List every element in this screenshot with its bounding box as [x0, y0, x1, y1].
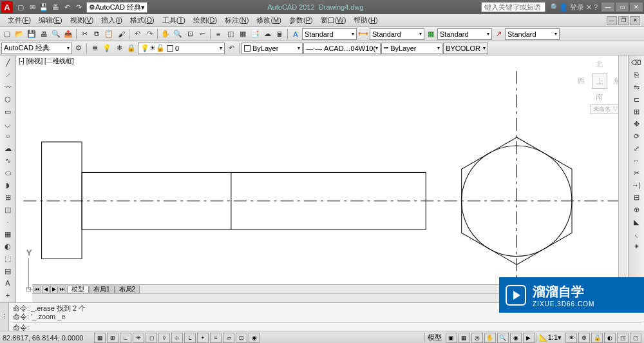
linetype-combo[interactable]: —·— ACAD…04W10(▾	[303, 43, 381, 54]
rectangle-icon[interactable]: ▭	[1, 106, 14, 117]
tab-next-icon[interactable]: ▶	[50, 286, 58, 293]
status-iso-icon[interactable]: ◳	[617, 333, 629, 343]
menu-insert[interactable]: 插入(I)	[97, 14, 126, 26]
save-icon[interactable]: 💾	[26, 28, 37, 40]
ellipse-icon[interactable]: ⬭	[1, 167, 14, 179]
tab-model[interactable]: 模型	[67, 286, 89, 293]
dyn-button[interactable]: +	[197, 333, 209, 343]
qat-new-icon[interactable]: ▢	[15, 2, 26, 12]
redo-icon[interactable]: ↷	[144, 28, 155, 40]
extend-icon[interactable]: →|	[630, 179, 643, 191]
search-icon[interactable]: 🔎	[548, 3, 557, 12]
command-prompt[interactable]: 命令:	[13, 322, 641, 332]
layer-manager-icon[interactable]: ≣	[89, 43, 100, 54]
menu-window[interactable]: 窗口(W)	[317, 14, 350, 26]
sheet-set-icon[interactable]: 📑	[249, 28, 261, 40]
text-style-combo[interactable]: Standard▾	[302, 28, 357, 40]
cut-icon[interactable]: ✂	[79, 28, 90, 40]
doc-close-button[interactable]: ✕	[630, 16, 640, 25]
app-logo[interactable]: A	[1, 1, 13, 13]
hatch-icon[interactable]: ▦	[1, 228, 14, 240]
qp-button[interactable]: ⊡	[236, 333, 247, 343]
design-center-icon[interactable]: ◫	[225, 28, 236, 40]
layer-freeze-icon[interactable]: ❄	[113, 43, 125, 54]
cmd-grip-icon[interactable]: ⋮	[0, 303, 9, 331]
doc-restore-button[interactable]: ❐	[618, 16, 629, 25]
anno-scale[interactable]: 📐1:1▾	[536, 333, 564, 342]
user-icon[interactable]: 👤	[559, 3, 568, 12]
new-icon[interactable]: ▢	[1, 28, 13, 40]
maximize-button[interactable]: ▭	[616, 3, 629, 12]
minimize-button[interactable]: —	[601, 3, 614, 12]
copy-icon[interactable]: ⧉	[91, 28, 102, 40]
status-pan-icon[interactable]: ✋	[484, 333, 496, 343]
sc-button[interactable]: ◉	[249, 333, 260, 343]
zoom-prev-icon[interactable]: ⤺	[196, 28, 208, 40]
region-icon[interactable]: ⬚	[1, 253, 14, 264]
workspace-selector[interactable]: ⚙ AutoCAD 经典 ▾	[86, 2, 147, 13]
menu-view[interactable]: 视图(V)	[66, 14, 98, 26]
tab-prev-icon[interactable]: ◀	[42, 286, 50, 293]
tab-layout2[interactable]: 布局2	[115, 286, 140, 293]
3dosnap-button[interactable]: ◊	[158, 333, 170, 343]
open-icon[interactable]: 📂	[14, 28, 25, 40]
join-icon[interactable]: ⊕	[630, 204, 643, 215]
status-wheel-icon[interactable]: ◉	[510, 333, 522, 343]
status-nav-icon[interactable]: ◎	[471, 333, 483, 343]
menu-file[interactable]: 文件(F)	[4, 14, 35, 26]
help-search-input[interactable]	[481, 2, 545, 12]
mirror-icon[interactable]: ⇋	[630, 81, 643, 93]
polygon-icon[interactable]: ⬡	[1, 93, 14, 105]
menu-help[interactable]: 帮助(H)	[350, 14, 381, 26]
zoom-rt-icon[interactable]: 🔍	[172, 28, 184, 40]
color-combo[interactable]: ByLayer▾	[242, 43, 303, 54]
anno-vis-icon[interactable]: 👁	[565, 333, 577, 343]
workspace-gear-icon[interactable]: ⚙	[73, 43, 84, 54]
move-icon[interactable]: ✥	[630, 118, 643, 130]
line-icon[interactable]: ╱	[1, 57, 14, 68]
menu-edit[interactable]: 编辑(E)	[35, 14, 66, 26]
status-ws-icon[interactable]: ⚙	[578, 333, 590, 343]
explode-icon[interactable]: ✴	[630, 240, 643, 252]
publish-icon[interactable]: 📤	[62, 28, 74, 40]
tab-layout1[interactable]: 布局1	[89, 286, 115, 293]
fillet-icon[interactable]: ◟	[630, 228, 643, 240]
snap-button[interactable]: ▦	[94, 333, 106, 343]
lwt-button[interactable]: ≡	[210, 333, 222, 343]
viewcube-top[interactable]: 上	[592, 74, 607, 89]
dim-style-combo[interactable]: Standard▾	[370, 28, 424, 40]
copy-obj-icon[interactable]: ⎘	[630, 69, 643, 81]
chamfer-icon[interactable]: ◣	[630, 216, 643, 228]
grid-button[interactable]: ⊞	[107, 333, 118, 343]
help-icon[interactable]: ?	[594, 3, 598, 11]
xline-icon[interactable]: ⟋	[1, 69, 14, 81]
print-icon[interactable]: 🖶	[38, 28, 50, 40]
zoom-win-icon[interactable]: ⊡	[184, 28, 196, 40]
ortho-button[interactable]: ∟	[120, 333, 131, 343]
layer-combo[interactable]: 💡 ☀ 🔓 0 ▾	[138, 43, 225, 54]
viewport-label[interactable]: [-] [俯视] [二维线框]	[19, 57, 74, 66]
status-lock-icon[interactable]: 🔒	[591, 333, 603, 343]
menu-tools[interactable]: 工具(T)	[158, 14, 189, 26]
circle-icon[interactable]: ○	[1, 130, 14, 142]
break-icon[interactable]: ⊟	[630, 191, 643, 203]
point-icon[interactable]: ·	[1, 216, 14, 228]
status-hw-icon[interactable]: ◐	[604, 333, 616, 343]
qat-redo-icon[interactable]: ↷	[73, 2, 84, 12]
status-coordinates[interactable]: 82.8817, 66.8144, 0.0000	[3, 334, 93, 342]
menu-format[interactable]: 格式(O)	[126, 14, 158, 26]
dimstyle-icon[interactable]: ⟷	[357, 28, 369, 40]
status-zoom-icon[interactable]: 🔍	[497, 333, 509, 343]
viewcube-west[interactable]: 西	[578, 76, 585, 86]
add-sel-icon[interactable]: +	[1, 289, 14, 301]
textstyle-icon[interactable]: A	[290, 28, 301, 40]
stretch-icon[interactable]: ↔	[630, 155, 643, 166]
status-model-label[interactable]: 模型	[424, 333, 444, 342]
viewcube-south[interactable]: 南	[596, 92, 603, 102]
viewcube-ucs-badge[interactable]: 未命名 ▽	[590, 104, 621, 114]
ducs-button[interactable]: L	[184, 333, 196, 343]
trim-icon[interactable]: ✂	[630, 167, 643, 179]
qat-save-icon[interactable]: 💾	[39, 2, 49, 12]
tab-last-icon[interactable]: ⏭	[59, 286, 66, 293]
ellipse-arc-icon[interactable]: ◗	[1, 179, 14, 191]
